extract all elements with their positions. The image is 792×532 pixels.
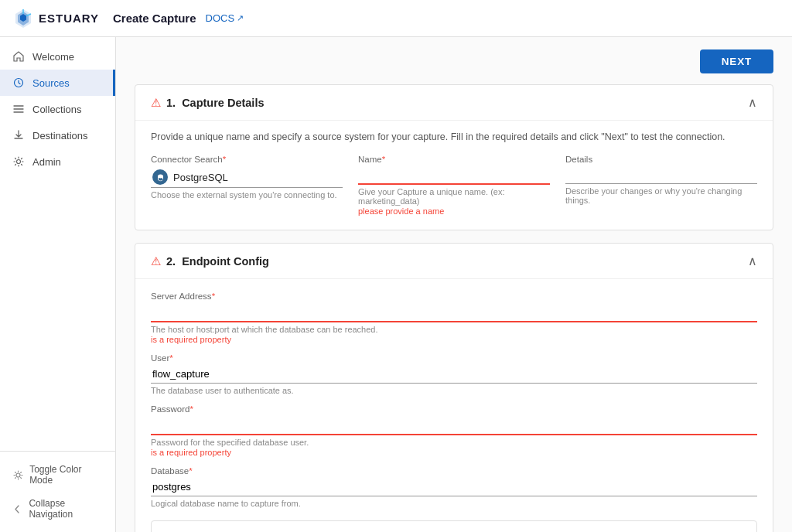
toggle-color-label: Toggle Color Mode <box>29 464 103 486</box>
section-number: 1. Capture Details <box>166 97 265 109</box>
sidebar-bottom: Toggle Color Mode Collapse Navigation <box>0 451 115 532</box>
logo: ESTUARY <box>12 8 105 29</box>
toggle-color-mode[interactable]: Toggle Color Mode <box>0 458 115 492</box>
collapse-icon <box>12 503 22 515</box>
name-label: Name* <box>358 155 550 164</box>
sun-icon <box>12 469 23 481</box>
database-label: Database* <box>151 466 757 476</box>
endpoint-config-section: ⚠ 2. Endpoint Config ∧ Server Address* T <box>135 243 773 532</box>
server-address-hint: The host or host:port at which the datab… <box>151 325 757 334</box>
collapse-ep-icon: ∧ <box>748 254 757 268</box>
home-icon <box>12 50 25 63</box>
collapse-navigation[interactable]: Collapse Navigation <box>0 492 115 526</box>
collapse-section-icon: ∧ <box>748 95 757 110</box>
connector-search-group: Connector Search* Po <box>151 155 343 216</box>
next-button[interactable]: NEXT <box>700 49 773 73</box>
password-error: is a required property <box>151 448 757 457</box>
docs-label: DOCS <box>206 12 235 24</box>
password-input[interactable] <box>151 416 757 435</box>
details-label: Details <box>565 155 757 164</box>
collapse-label: Collapse Navigation <box>29 498 103 520</box>
svg-rect-9 <box>158 176 159 180</box>
svg-point-7 <box>16 473 20 477</box>
main-content: NEXT ⚠ 1. Capture Details ∧ Provide a un… <box>116 37 792 532</box>
destination-icon <box>12 129 25 142</box>
sidebar: Welcome Sources Colle <box>0 37 116 532</box>
form-row-1: Connector Search* Po <box>151 155 757 216</box>
server-address-error: is a required property <box>151 335 757 344</box>
server-address-label: Server Address* <box>151 292 757 301</box>
app-header: ESTUARY Create Capture DOCS ↗ <box>0 0 792 37</box>
source-icon <box>12 77 25 89</box>
postgresql-icon <box>152 169 168 185</box>
database-group: Database* Logical database name to captu… <box>151 466 757 508</box>
details-input[interactable] <box>565 167 757 184</box>
sidebar-item-label: Destinations <box>32 130 88 142</box>
sidebar-item-sources[interactable]: Sources <box>0 70 115 96</box>
password-label: Password* <box>151 404 757 414</box>
section-description: Provide a unique name and specify a sour… <box>151 131 757 142</box>
toolbar: NEXT <box>135 49 773 73</box>
endpoint-config-body: Server Address* The host or host:port at… <box>135 279 773 532</box>
user-group: User* The database user to authenticate … <box>151 353 757 395</box>
password-group: Password* Password for the specified dat… <box>151 404 757 457</box>
warning-icon: ⚠ <box>151 96 161 110</box>
capture-details-body: Provide a unique name and specify a sour… <box>135 121 773 230</box>
svg-point-6 <box>17 160 21 164</box>
sidebar-nav: Welcome Sources Colle <box>0 37 115 451</box>
endpoint-title-wrap: ⚠ 2. Endpoint Config <box>151 254 269 268</box>
sidebar-item-admin[interactable]: Admin <box>0 148 115 175</box>
database-hint: Logical database name to capture from. <box>151 499 757 508</box>
collection-icon <box>12 103 25 115</box>
connector-hint: Choose the external system you're connec… <box>151 190 343 200</box>
server-address-input[interactable] <box>151 303 757 322</box>
advanced-section: Advanced ∨ <box>151 520 757 532</box>
user-input[interactable] <box>151 365 757 384</box>
sidebar-item-welcome[interactable]: Welcome <box>0 43 115 70</box>
sidebar-item-label: Sources <box>32 77 70 89</box>
logo-text: ESTUARY <box>39 12 99 25</box>
user-label: User* <box>151 353 757 363</box>
connector-value: PostgreSQL <box>173 172 228 183</box>
sidebar-item-label: Collections <box>32 104 82 115</box>
advanced-header[interactable]: Advanced ∨ <box>152 521 756 532</box>
capture-details-title: ⚠ 1. Capture Details <box>151 96 265 110</box>
name-input[interactable] <box>358 167 550 185</box>
server-address-group: Server Address* The host or host:port at… <box>151 292 757 344</box>
database-input[interactable] <box>151 478 757 496</box>
logo-icon <box>12 8 34 29</box>
endpoint-config-header[interactable]: ⚠ 2. Endpoint Config ∧ <box>135 244 773 279</box>
details-group: Details Describe your changes or why you… <box>565 155 757 216</box>
svg-rect-10 <box>162 176 163 179</box>
name-error: please provide a name <box>358 206 550 216</box>
connector-input-wrap[interactable]: PostgreSQL <box>151 167 343 188</box>
name-hint: Give your Capture a unique name. (ex: ma… <box>358 187 550 206</box>
header-title: Create Capture <box>113 12 196 25</box>
capture-details-header[interactable]: ⚠ 1. Capture Details ∧ <box>135 85 773 121</box>
details-hint: Describe your changes or why you're chan… <box>565 186 757 205</box>
sidebar-item-label: Admin <box>32 156 61 168</box>
capture-details-section: ⚠ 1. Capture Details ∧ Provide a unique … <box>135 84 773 230</box>
user-hint: The database user to authenticate as. <box>151 386 757 395</box>
sidebar-item-label: Welcome <box>32 51 74 63</box>
docs-link[interactable]: DOCS ↗ <box>206 12 244 24</box>
name-group: Name* Give your Capture a unique name. (… <box>358 155 550 216</box>
password-hint: Password for the specified database user… <box>151 438 757 447</box>
connector-label: Connector Search* <box>151 155 343 164</box>
admin-icon <box>12 155 25 168</box>
sidebar-item-destinations[interactable]: Destinations <box>0 122 115 148</box>
warning-icon-2: ⚠ <box>151 254 161 268</box>
external-link-icon: ↗ <box>237 13 244 23</box>
sidebar-item-collections[interactable]: Collections <box>0 96 115 122</box>
svg-point-8 <box>158 174 163 178</box>
